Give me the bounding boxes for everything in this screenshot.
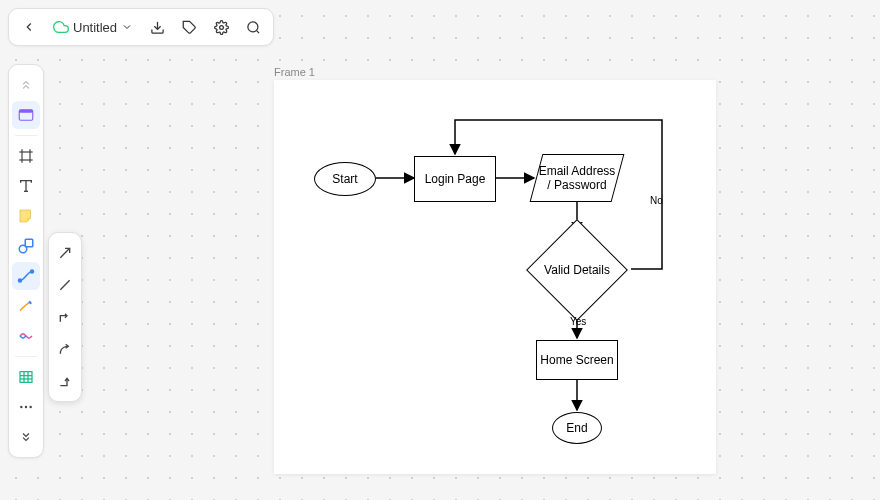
frame-1[interactable]: Start Login Page Email Address / Passwor… (274, 80, 716, 474)
mindmap-tool[interactable] (12, 322, 40, 350)
svg-point-22 (20, 406, 22, 408)
text-icon (18, 178, 34, 194)
node-home-screen[interactable]: Home Screen (536, 340, 618, 380)
svg-line-26 (60, 280, 69, 289)
card-tool[interactable] (12, 101, 40, 129)
svg-line-25 (60, 248, 69, 257)
shapes-icon (17, 237, 35, 255)
connector-elbow-up-option[interactable] (51, 367, 79, 395)
shape-tool[interactable] (12, 232, 40, 260)
sticky-note-icon (17, 207, 35, 225)
more-tools-button[interactable] (12, 393, 40, 421)
flow-connectors (274, 80, 716, 474)
node-valid-details[interactable]: Valid Details (541, 234, 613, 306)
elbow-down-icon (57, 309, 73, 325)
node-start[interactable]: Start (314, 162, 376, 196)
svg-point-16 (31, 270, 34, 273)
node-credentials-label: Email Address / Password (537, 164, 617, 192)
node-valid-label: Valid Details (544, 263, 610, 277)
chevron-left-icon (22, 20, 36, 34)
double-chevron-up-icon (19, 78, 33, 92)
svg-point-2 (219, 25, 223, 29)
node-home-label: Home Screen (540, 353, 613, 367)
edge-no-label: No (650, 195, 663, 206)
toolbar-separator (15, 356, 37, 357)
toolbar-separator (15, 135, 37, 136)
edge-yes-label: Yes (570, 316, 586, 327)
mindmap-icon (17, 327, 35, 345)
table-icon (18, 369, 34, 385)
node-login-label: Login Page (425, 172, 486, 186)
svg-rect-13 (25, 239, 33, 247)
pen-tool[interactable] (12, 292, 40, 320)
download-icon (150, 20, 165, 35)
node-start-label: Start (332, 172, 357, 186)
tag-button[interactable] (175, 13, 203, 41)
elbow-up-icon (57, 373, 73, 389)
connector-elbow-down-option[interactable] (51, 303, 79, 331)
expand-down-button[interactable] (12, 423, 40, 451)
svg-line-4 (256, 30, 259, 33)
curve-icon (57, 341, 73, 357)
gear-icon (214, 20, 229, 35)
svg-point-15 (19, 279, 22, 282)
arrow-icon (57, 245, 73, 261)
cloud-sync-icon (53, 19, 69, 35)
export-button[interactable] (143, 13, 171, 41)
node-credentials[interactable]: Email Address / Password (530, 154, 625, 202)
frame-tool[interactable] (12, 142, 40, 170)
connector-flyout (48, 232, 82, 402)
settings-button[interactable] (207, 13, 235, 41)
collapse-up-button[interactable] (12, 71, 40, 99)
card-icon (17, 106, 35, 124)
more-horizontal-icon (18, 399, 34, 415)
tag-icon (182, 20, 197, 35)
search-button[interactable] (239, 13, 267, 41)
node-end-label: End (566, 421, 587, 435)
connector-line-option[interactable] (51, 271, 79, 299)
chevron-down-icon (121, 21, 133, 33)
connector-arrow-option[interactable] (51, 239, 79, 267)
document-title-text: Untitled (73, 20, 117, 35)
node-end[interactable]: End (552, 412, 602, 444)
text-tool[interactable] (12, 172, 40, 200)
table-tool[interactable] (12, 363, 40, 391)
top-toolbar: Untitled (8, 8, 274, 46)
sticky-note-tool[interactable] (12, 202, 40, 230)
document-title-dropdown[interactable]: Untitled (47, 19, 139, 35)
double-chevron-down-icon (19, 430, 33, 444)
svg-rect-17 (20, 372, 32, 383)
connector-curve-icon (17, 267, 35, 285)
frame-icon (18, 148, 34, 164)
connector-tool[interactable] (12, 262, 40, 290)
frame-label[interactable]: Frame 1 (274, 66, 315, 78)
connector-curve-option[interactable] (51, 335, 79, 363)
svg-point-24 (29, 406, 31, 408)
line-icon (57, 277, 73, 293)
svg-point-14 (19, 245, 27, 253)
search-icon (246, 20, 261, 35)
svg-rect-6 (19, 110, 33, 113)
back-button[interactable] (15, 13, 43, 41)
node-login-page[interactable]: Login Page (414, 156, 496, 202)
left-toolbar (8, 64, 44, 458)
svg-point-23 (25, 406, 27, 408)
svg-point-3 (247, 21, 257, 31)
pen-icon (17, 297, 35, 315)
